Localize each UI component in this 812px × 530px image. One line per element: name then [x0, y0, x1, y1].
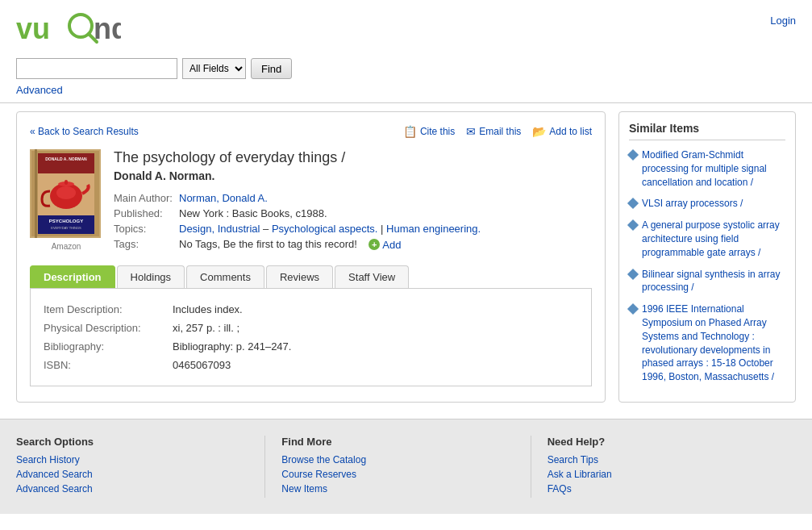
tabs: Description Holdings Comments Reviews St… [30, 265, 592, 289]
svg-point-2 [77, 22, 85, 30]
main-author-label: Main Author: [114, 190, 179, 206]
book-cover-image: DONALD A. NORMAN PSYCHOLOGY EVERYDAY THI… [30, 149, 101, 238]
header: vu nd All Fields Find Advanced Login [0, 0, 812, 96]
book-author: Donald A. Norman. [114, 169, 592, 182]
description-table: Item Description: Includes index. Physic… [44, 300, 578, 374]
book-info: The psychology of everyday things / Dona… [114, 149, 592, 252]
published-value: New York : Basic Books, c1988. [179, 206, 481, 221]
main-author-value: Norman, Donald A. [179, 190, 481, 206]
svg-text:DONALD A. NORMAN: DONALD A. NORMAN [45, 156, 87, 161]
tags-row: Tags: No Tags, Be the first to tag this … [114, 236, 481, 252]
action-row: « Back to Search Results 📋 Cite this ✉ E… [30, 125, 592, 138]
new-items-link[interactable]: New Items [281, 483, 514, 495]
tags-value: No Tags, Be the first to tag this record… [179, 236, 481, 252]
amazon-label: Amazon [30, 242, 102, 251]
back-to-results-link[interactable]: « Back to Search Results [30, 126, 139, 137]
svg-text:vu: vu [16, 12, 50, 45]
similar-link-3[interactable]: Bilinear signal synthesis in array proce… [642, 268, 785, 295]
cite-button[interactable]: 📋 Cite this [403, 125, 455, 138]
tags-label: Tags: [114, 236, 179, 252]
diamond-icon-0 [627, 149, 639, 161]
footer: Search Options Search History Advanced S… [0, 419, 812, 514]
tab-comments[interactable]: Comments [186, 265, 264, 288]
add-to-list-label: Add to list [549, 126, 592, 137]
tab-staff-view[interactable]: Staff View [335, 265, 409, 288]
topic-design-link[interactable]: Design, Industrial [179, 223, 260, 235]
left-panel: « Back to Search Results 📋 Cite this ✉ E… [16, 111, 606, 403]
description-panel: Item Description: Includes index. Physic… [30, 289, 592, 386]
search-tips-link[interactable]: Search Tips [548, 454, 780, 465]
add-to-list-button[interactable]: 📂 Add to list [532, 125, 592, 138]
similar-link-1[interactable]: VLSI array processors / [642, 197, 743, 211]
email-button[interactable]: ✉ Email this [466, 125, 521, 138]
advanced-search-link-footer-2[interactable]: Advanced Search [16, 483, 248, 495]
bibliography-label: Bibliography: [44, 337, 173, 356]
bibliography-value: Bibliography: p. 241–247. [173, 337, 578, 356]
footer-col3-title: Need Help? [548, 436, 780, 448]
svg-text:nd: nd [94, 12, 121, 45]
isbn-label: ISBN: [44, 356, 173, 374]
similar-items-panel: Similar Items Modified Gram-Schmidt proc… [618, 111, 796, 403]
svg-text:EVERYDAY THINGS: EVERYDAY THINGS [51, 226, 81, 230]
similar-item-4: 1996 IEEE International Symposium on Pha… [629, 303, 785, 384]
advanced-search-link-footer-1[interactable]: Advanced Search [16, 469, 248, 480]
svg-rect-7 [35, 149, 37, 238]
email-icon: ✉ [466, 125, 476, 138]
similar-item-1: VLSI array processors / [629, 197, 785, 211]
item-desc-value: Includes index. [173, 300, 578, 319]
tab-holdings[interactable]: Holdings [117, 265, 185, 288]
item-desc-label: Item Description: [44, 300, 173, 319]
diamond-icon-2 [627, 219, 639, 231]
book-cover: DONALD A. NORMAN PSYCHOLOGY EVERYDAY THI… [30, 149, 102, 252]
book-details-table: Main Author: Norman, Donald A. Published… [114, 190, 481, 252]
physical-desc-label: Physical Description: [44, 319, 173, 337]
svg-rect-14 [65, 180, 68, 185]
add-tag-icon: + [369, 239, 380, 250]
similar-link-0[interactable]: Modified Gram-Schmidt processing for mul… [642, 148, 785, 189]
login-link[interactable]: Login [770, 15, 796, 27]
search-history-link[interactable]: Search History [16, 454, 248, 465]
tab-reviews[interactable]: Reviews [266, 265, 333, 288]
published-row: Published: New York : Basic Books, c1988… [114, 206, 481, 221]
search-button[interactable]: Find [251, 58, 292, 79]
search-field-select[interactable]: All Fields [182, 58, 246, 79]
published-label: Published: [114, 206, 179, 221]
ask-librarian-link[interactable]: Ask a Librarian [548, 469, 780, 480]
topic-psychological-link[interactable]: Psychological aspects. [272, 223, 378, 235]
similar-item-3: Bilinear signal synthesis in array proce… [629, 268, 785, 295]
footer-need-help: Need Help? Search Tips Ask a Librarian F… [548, 436, 796, 498]
advanced-search-link[interactable]: Advanced [16, 84, 292, 96]
diamond-icon-4 [627, 303, 639, 315]
similar-item-0: Modified Gram-Schmidt processing for mul… [629, 148, 785, 189]
browse-catalog-link[interactable]: Browse the Catalog [281, 454, 514, 465]
search-input[interactable] [16, 58, 177, 79]
tab-description[interactable]: Description [30, 265, 115, 288]
similar-link-2[interactable]: A general purpose systolic array archite… [642, 219, 785, 259]
email-label: Email this [479, 126, 521, 137]
record-area: DONALD A. NORMAN PSYCHOLOGY EVERYDAY THI… [30, 149, 592, 252]
similar-link-4[interactable]: 1996 IEEE International Symposium on Pha… [642, 303, 785, 384]
diamond-icon-1 [627, 198, 639, 209]
topics-row: Topics: Design, Industrial – Psychologic… [114, 221, 481, 236]
item-desc-row: Item Description: Includes index. [44, 300, 578, 319]
faqs-link[interactable]: FAQs [548, 483, 780, 495]
isbn-row: ISBN: 0465067093 [44, 356, 578, 374]
author-link[interactable]: Norman, Donald A. [179, 192, 268, 204]
book-title: The psychology of everyday things / [114, 149, 592, 166]
topic-human-engineering-link[interactable]: Human engineering. [386, 223, 481, 235]
similar-items-title: Similar Items [629, 122, 785, 140]
footer-search-options: Search Options Search History Advanced S… [16, 436, 265, 498]
footer-find-more: Find More Browse the Catalog Course Rese… [281, 436, 531, 498]
bibliography-row: Bibliography: Bibliography: p. 241–247. [44, 337, 578, 356]
cite-icon: 📋 [403, 125, 417, 138]
cite-label: Cite this [420, 126, 455, 137]
main-author-row: Main Author: Norman, Donald A. [114, 190, 481, 206]
topics-label: Topics: [114, 221, 179, 236]
physical-desc-value: xi, 257 p. : ill. ; [173, 319, 578, 337]
physical-desc-row: Physical Description: xi, 257 p. : ill. … [44, 319, 578, 337]
svg-point-12 [56, 186, 76, 199]
search-bar: All Fields Find [16, 58, 292, 79]
similar-item-2: A general purpose systolic array archite… [629, 219, 785, 259]
course-reserves-link[interactable]: Course Reserves [281, 469, 514, 480]
add-tag-button[interactable]: + Add [369, 239, 401, 251]
